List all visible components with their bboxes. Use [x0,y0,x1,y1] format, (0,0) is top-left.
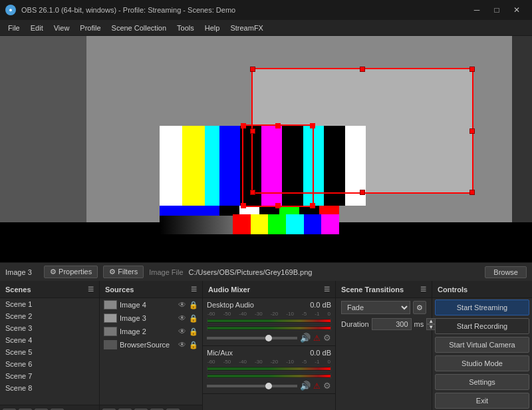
selected-source-label: Image 3 [5,268,39,276]
title-left: ● OBS 26.1.0 (64-bit, windows) - Profile… [5,5,235,15]
desktop-audio-db: 0.0 dB [310,301,331,309]
sources-panel: Sources ☰ Image 4 👁 🔒 Image 3 👁 🔒 Image … [100,281,203,410]
sources-panel-footer: + − ⚙ ∧ ∨ [100,405,202,410]
source-eye-2[interactable]: 👁 [178,313,186,323]
menu-view[interactable]: View [49,23,75,33]
mic-aux-header: Mic/Aux 0.0 dB [207,349,331,357]
scene-item-6[interactable]: Scene 6 [0,358,99,370]
source-thumb-3 [104,327,117,336]
source-info-bar: Image 3 ⚙ Properties ⚙ Filters Image Fil… [0,262,532,281]
duration-label: Duration [341,320,369,328]
menu-help[interactable]: Help [200,23,225,33]
mic-audio-warning[interactable]: ⚠ [313,381,321,391]
desktop-audio-warning[interactable]: ⚠ [313,333,321,343]
properties-button[interactable]: ⚙ Properties [44,266,98,278]
mic-mute-button[interactable]: 🔊 [300,381,311,391]
desktop-audio-header: Desktop Audio 0.0 dB [207,301,331,309]
source-name-1: Image 4 [120,301,176,309]
desktop-audio-slider[interactable] [207,337,297,339]
desktop-audio-settings-button[interactable]: ⚙ [323,333,331,343]
controls-panel-header: Controls [432,281,532,298]
mic-audio-meter [207,366,331,371]
preview-area [0,36,532,262]
file-path-text: C:/Users/OBS/Pictures/Grey169B.png [189,268,480,276]
mic-audio-meter2 [207,373,331,379]
source-name-2: Image 3 [120,314,176,322]
sources-panel-header: Sources ☰ [100,281,202,298]
desktop-audio-meter2 [207,325,331,331]
menu-scene-collection[interactable]: Scene Collection [106,23,172,33]
source-thumb-4 [104,340,117,349]
duration-row: Duration ms ▲ ▼ [336,317,432,331]
source-lock-3[interactable]: 🔒 [189,327,198,336]
scene-item-4[interactable]: Scene 4 [0,334,99,346]
audio-mixer-header: Audio Mixer ☰ [203,281,335,298]
scene-item-1[interactable]: Scene 1 [0,298,99,310]
source-name-4: BrowserSource [120,341,176,349]
mic-audio-controls: 🔊 ⚠ ⚙ [207,381,331,391]
scene-item-2[interactable]: Scene 2 [0,310,99,322]
mic-audio-slider[interactable] [207,385,297,387]
source-thumb-2 [104,313,117,323]
scene-item-8[interactable]: Scene 8 [0,382,99,394]
menu-file[interactable]: File [3,23,25,33]
source-eye-4[interactable]: 👁 [178,340,186,349]
source-eye-1[interactable]: 👁 [178,300,186,309]
desktop-meter-labels: -60-50-40-30-20-10-5-10 [207,311,331,317]
transition-type-select[interactable]: Fade [341,301,410,314]
source-lock-1[interactable]: 🔒 [189,301,198,309]
scene-item-3[interactable]: Scene 3 [0,322,99,334]
source-item-browser[interactable]: BrowserSource 👁 🔒 [100,338,202,351]
source-item-image2[interactable]: Image 2 👁 🔒 [100,325,202,338]
scenes-panel-header: Scenes ☰ [0,281,99,298]
desktop-mute-button[interactable]: 🔊 [300,333,311,343]
obs-preview [0,36,532,262]
audio-mixer-menu-icon[interactable]: ☰ [324,286,330,293]
scenes-panel-menu-icon[interactable]: ☰ [88,286,94,293]
bottom-area: Scenes ☰ Scene 1 Scene 2 Scene 3 Scene 4… [0,281,532,410]
source-lock-2[interactable]: 🔒 [189,314,198,323]
browse-button[interactable]: Browse [485,266,527,278]
window-controls: ─ □ ✕ [467,0,527,20]
desktop-audio-controls: 🔊 ⚠ ⚙ [207,333,331,343]
settings-button[interactable]: Settings [435,374,529,390]
menu-streamfx[interactable]: StreamFX [225,23,269,33]
source-name-3: Image 2 [120,327,176,335]
source-lock-4[interactable]: 🔒 [189,341,198,349]
transitions-panel-menu-icon[interactable]: ☰ [420,286,426,293]
minimize-button[interactable]: ─ [467,0,487,20]
start-streaming-button[interactable]: Start Streaming [435,300,529,315]
duration-input[interactable] [372,318,412,330]
scene-item-5[interactable]: Scene 5 [0,346,99,358]
scene-transitions-panel: Scene Transitions ☰ Fade ⚙ Duration ms ▲… [336,281,432,410]
studio-mode-button[interactable]: Studio Mode [435,355,529,371]
source-item-image3[interactable]: Image 3 👁 🔒 [100,311,202,325]
start-recording-button[interactable]: Start Recording [435,318,529,334]
filters-button[interactable]: ⚙ Filters [103,266,144,278]
menubar: File Edit View Profile Scene Collection … [0,20,532,36]
close-button[interactable]: ✕ [507,0,527,20]
desktop-audio-name: Desktop Audio [207,301,254,309]
maximize-button[interactable]: □ [487,0,507,20]
controls-panel: Controls Start Streaming Start Recording… [432,281,532,410]
scene-item-7[interactable]: Scene 7 [0,370,99,382]
image-file-label: Image File [149,268,183,276]
source-eye-3[interactable]: 👁 [178,327,186,336]
mic-audio-settings-button[interactable]: ⚙ [323,381,331,391]
menu-edit[interactable]: Edit [25,23,49,33]
menu-profile[interactable]: Profile [74,23,106,33]
title-text: OBS 26.1.0 (64-bit, windows) - Profile: … [21,6,235,14]
mic-aux-db: 0.0 dB [310,349,331,357]
audio-mixer-panel: Audio Mixer ☰ Desktop Audio 0.0 dB -60-5… [203,281,336,410]
duration-unit: ms [414,320,424,328]
mic-aux-channel: Mic/Aux 0.0 dB -60-50-40-30-20-10-5-10 🔊… [203,346,335,394]
mic-meter-labels: -60-50-40-30-20-10-5-10 [207,359,331,365]
start-virtual-camera-button[interactable]: Start Virtual Camera [435,337,529,353]
transitions-panel-header: Scene Transitions ☰ [336,281,432,298]
sources-panel-menu-icon[interactable]: ☰ [191,286,197,293]
transition-settings-button[interactable]: ⚙ [413,301,426,314]
source-item-image4[interactable]: Image 4 👁 🔒 [100,298,202,311]
desktop-audio-channel: Desktop Audio 0.0 dB -60-50-40-30-20-10-… [203,298,335,346]
exit-button[interactable]: Exit [435,393,529,409]
menu-tools[interactable]: Tools [172,23,200,33]
